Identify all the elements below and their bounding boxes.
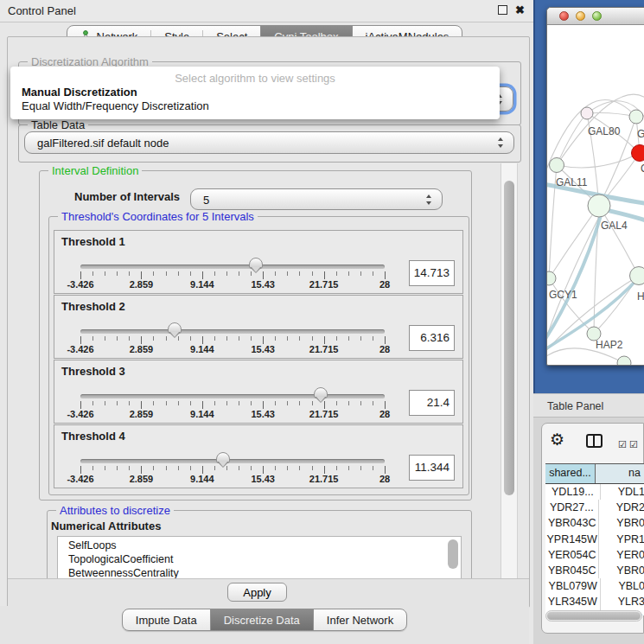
column-header-name[interactable]: na [596, 464, 644, 483]
numerical-attributes-label: Numerical Attributes [51, 520, 161, 532]
cell-name[interactable]: YDL1 [601, 484, 644, 500]
table-row[interactable]: YBR043CYBR0 [545, 515, 644, 531]
table-row[interactable]: YBR045CYBR0 [545, 563, 644, 578]
tick-label: 21.715 [309, 409, 339, 419]
checkbox-icon[interactable]: ☑ [618, 439, 628, 450]
table-panel-title: Table Panel [547, 400, 603, 412]
split-panel-icon[interactable] [586, 434, 603, 448]
threshold-panel-1: Threshold 1-3.4262.8599.14415.4321.71528… [54, 230, 463, 294]
cell-name[interactable]: YLR3 [601, 594, 644, 609]
tick-label: 21.715 [309, 279, 339, 290]
list-item-topologicalcoefficient[interactable]: TopologicalCoefficient [58, 552, 461, 566]
tick-label: 2.859 [130, 344, 154, 354]
cell-shared-name[interactable]: YLR345W [545, 594, 601, 609]
cell-name[interactable]: YER0 [599, 547, 644, 563]
network-node[interactable] [588, 194, 610, 217]
table-data-combobox[interactable]: galFiltered.sif default node [24, 131, 514, 154]
threshold-sliders: Threshold 1-3.4262.8599.14415.4321.71528… [54, 230, 463, 489]
tab-label: Impute Data [136, 614, 197, 627]
slider-track[interactable] [80, 265, 385, 269]
cell-shared-name[interactable]: YBR043C [545, 515, 599, 531]
table-row[interactable]: YER054CYER0 [545, 547, 644, 563]
slider-thumb[interactable] [249, 258, 263, 269]
tick-label: 28 [379, 409, 390, 419]
network-edge[interactable] [587, 113, 636, 118]
slider-track[interactable] [80, 459, 385, 463]
table-row[interactable]: YBL079WYBL0 [545, 578, 644, 594]
number-of-intervals-combobox[interactable]: 5 [190, 188, 443, 210]
table-panel-card: ⚙ ☑ ☑ shared...naYDL19...YDL1YDR27...YDR… [541, 423, 644, 634]
table-hscrollbar[interactable] [545, 610, 642, 622]
cell-name[interactable]: YBL0 [601, 578, 644, 594]
slider-thumb[interactable] [314, 387, 328, 399]
float-window-icon[interactable] [498, 5, 507, 15]
tab-discretize-data[interactable]: Discretize Data [210, 609, 313, 630]
interval-definition-group: Interval Definition Number of Intervals … [39, 170, 472, 501]
apply-button[interactable]: Apply [227, 583, 287, 602]
threshold-value-field[interactable]: 14.713 [409, 260, 455, 286]
tick-label: -3.426 [67, 344, 93, 354]
threshold-value-field[interactable]: 6.316 [409, 325, 455, 351]
network-node[interactable] [550, 158, 564, 173]
list-scrollbar-thumb[interactable] [448, 539, 458, 569]
zoom-traffic-light-icon[interactable] [592, 11, 602, 21]
cell-shared-name[interactable]: YBR045C [545, 563, 599, 578]
cell-shared-name[interactable]: YDL19... [545, 484, 601, 500]
threshold-value-field[interactable]: 21.4 [409, 390, 455, 416]
column-header-shared-name[interactable]: shared... [545, 464, 596, 483]
table-data-group: Table Data galFiltered.sif default node [18, 124, 521, 163]
list-item-betweennesscentrality[interactable]: BetweennessCentrality [58, 566, 461, 578]
network-node[interactable] [547, 271, 556, 285]
cell-name[interactable]: YPR1 [599, 532, 644, 547]
checkbox-icon[interactable]: ☑ [629, 439, 639, 450]
tab-infer-network[interactable]: Infer Network [313, 609, 406, 630]
table-row[interactable]: YPR145WYPR1 [545, 532, 644, 547]
network-edge[interactable] [557, 153, 640, 168]
minimize-traffic-light-icon[interactable] [576, 11, 585, 21]
settings-scrollbar[interactable] [501, 163, 518, 578]
tick-label: 15.43 [251, 474, 275, 484]
slider-thumb[interactable] [168, 322, 182, 334]
panel-title: Control Panel [8, 4, 76, 17]
cell-shared-name[interactable]: YER054C [545, 547, 599, 563]
tick-label: 21.715 [309, 344, 339, 354]
network-node[interactable] [629, 110, 643, 124]
table-data-value: galFiltered.sif default node [37, 137, 169, 150]
slider-track[interactable] [80, 329, 385, 334]
slider-thumb[interactable] [216, 452, 230, 463]
table-row[interactable]: YLR345WYLR3 [545, 594, 644, 609]
table-hscrollbar-thumb[interactable] [547, 612, 641, 620]
list-item-selfloops[interactable]: SelfLoops [58, 539, 461, 552]
tick-label: 9.144 [190, 409, 214, 419]
popup-item-manual-discretization[interactable]: Manual Discretization [10, 86, 500, 99]
tick-label: 2.859 [130, 279, 154, 290]
numerical-attributes-list[interactable]: SelfLoopsTopologicalCoefficientBetweenne… [57, 536, 462, 578]
right-side: GAL80GACGAL11GAL4GCY1HHAP2 Table Panel ⚙… [533, 0, 644, 644]
tick-label: -3.426 [67, 474, 93, 484]
close-icon[interactable]: ✖ [515, 4, 525, 16]
combobox-arrows-icon [426, 194, 432, 205]
tab-impute-data[interactable]: Impute Data [123, 609, 210, 630]
table-row[interactable]: YDL19...YDL1 [545, 484, 644, 500]
table-row[interactable]: YDR27...YDR2 [545, 500, 644, 515]
slider-track[interactable] [80, 394, 385, 399]
network-node[interactable] [617, 356, 631, 365]
gear-icon[interactable]: ⚙ [550, 430, 564, 450]
network-window-titlebar[interactable] [547, 8, 644, 25]
cell-name[interactable]: YBR0 [599, 563, 644, 578]
cell-shared-name[interactable]: YPR145W [545, 532, 599, 547]
network-node[interactable] [581, 107, 593, 119]
close-traffic-light-icon[interactable] [559, 11, 569, 21]
settings-scrollbar-thumb[interactable] [504, 181, 514, 495]
network-node[interactable] [630, 267, 644, 285]
network-node[interactable] [632, 145, 644, 162]
network-canvas[interactable]: GAL80GACGAL11GAL4GCY1HHAP2 [547, 25, 644, 365]
threshold-value-field[interactable]: 11.344 [409, 455, 455, 481]
cell-name[interactable]: YDR2 [599, 500, 644, 515]
table-panel-background: ⚙ ☑ ☑ shared...naYDL19...YDL1YDR27...YDR… [533, 418, 644, 644]
cell-name[interactable]: YBR0 [599, 515, 644, 531]
cell-shared-name[interactable]: YDR27... [545, 500, 599, 515]
cell-shared-name[interactable]: YBL079W [545, 578, 601, 594]
control-panel: Control Panel ✖ NetworkStyleSelectCyni T… [0, 0, 533, 644]
popup-item-equal-width-frequency[interactable]: Equal Width/Frequency Discretization [10, 99, 500, 113]
